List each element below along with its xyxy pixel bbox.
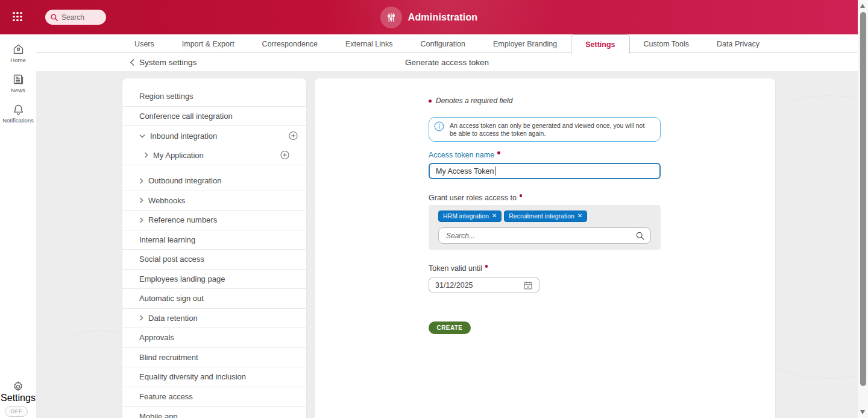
scrollbar-thumb[interactable] (860, 12, 866, 386)
add-icon[interactable] (280, 151, 289, 160)
rail-item-label: Settings (1, 393, 36, 404)
rail-item-label: Notifications (2, 118, 34, 124)
calendar-icon[interactable] (523, 280, 533, 290)
nav-item-feature-access[interactable]: Feature access (122, 387, 306, 407)
sliders-icon (380, 7, 402, 28)
rail-item-settings[interactable]: Settings OFF (0, 381, 36, 404)
tab-employer-branding[interactable]: Employer Branding (479, 34, 571, 53)
news-icon (12, 73, 25, 86)
nav-item-equality-diversity-inclusion[interactable]: Equality diversity and inclusion (122, 367, 306, 387)
breadcrumb-label: System settings (139, 58, 197, 67)
app-launcher-button[interactable] (0, 12, 36, 23)
tab-users[interactable]: Users (121, 34, 168, 53)
required-dot-icon (429, 100, 432, 103)
nav-item-employees-landing-page[interactable]: Employees landing page (122, 270, 306, 290)
required-field-note: Denotes a required field (429, 97, 775, 105)
nav-item-outbound-integration[interactable]: Outbound integration (122, 171, 306, 191)
scroll-down-arrow-icon[interactable] (860, 410, 865, 414)
scroll-up-arrow-icon[interactable] (860, 4, 865, 8)
app-grid-icon (13, 12, 24, 23)
nav-item-inbound-integration[interactable]: Inbound integration (122, 126, 306, 146)
nav-item-social-post-access[interactable]: Social post access (122, 250, 306, 270)
app-title: Administration (408, 12, 478, 23)
nav-item-my-application[interactable]: My Application (122, 146, 306, 166)
token-name-label: Access token name (429, 151, 500, 159)
breadcrumb-back[interactable]: System settings (130, 53, 197, 71)
nav-item-automatic-sign-out[interactable]: Automatic sign out (122, 289, 306, 309)
generate-token-panel: Denotes a required field An access token… (315, 78, 775, 418)
left-rail: Home News Notifications Settings OFF (0, 34, 36, 418)
nav-item-internal-learning[interactable]: Internal learning (122, 230, 306, 250)
chevron-right-icon (139, 315, 143, 321)
info-text: An access token can only be generated an… (450, 121, 649, 138)
vertical-scrollbar[interactable] (858, 0, 868, 418)
chevron-right-icon (139, 197, 143, 203)
info-banner: An access token can only be generated an… (429, 117, 661, 142)
nav-item-region-settings[interactable]: Region settings (122, 87, 306, 107)
nav-item-mobile-app[interactable]: Mobile app (122, 407, 306, 418)
nav-item-webhooks[interactable]: Webhooks (122, 191, 306, 211)
off-toggle[interactable]: OFF (5, 406, 28, 417)
token-name-input[interactable]: My Access Token (429, 163, 661, 179)
chevron-down-icon (139, 134, 145, 138)
required-dot-icon (485, 265, 488, 268)
tab-correspondence[interactable]: Correspondence (248, 34, 332, 53)
breadcrumb-row: System settings Generate access token (36, 53, 858, 71)
add-icon[interactable] (289, 131, 298, 141)
valid-until-input[interactable]: 31/12/2025 (429, 277, 539, 293)
home-icon (12, 43, 25, 55)
nav-item-data-retention[interactable]: Data retention (122, 309, 306, 329)
valid-until-label: Token valid until (429, 264, 488, 273)
nav-item-reference-numbers[interactable]: Reference numbers (122, 211, 306, 230)
remove-chip-icon[interactable]: ✕ (577, 213, 582, 219)
nav-item-blind-recruitment[interactable]: Blind recruitment (122, 348, 306, 368)
role-chip[interactable]: Recruitment integration ✕ (504, 211, 587, 222)
search-icon (635, 231, 645, 241)
tab-configuration[interactable]: Configuration (407, 34, 479, 53)
bell-icon (12, 103, 25, 116)
text-caret (495, 166, 495, 176)
global-search-placeholder: Search (61, 13, 84, 22)
global-search-input[interactable]: Search (45, 10, 106, 25)
tab-settings[interactable]: Settings (571, 34, 629, 54)
rail-item-label: Home (10, 57, 25, 63)
app-title-block: Administration (0, 0, 858, 34)
gear-icon (12, 381, 24, 393)
settings-nav-panel: Region settings Conference call integrat… (122, 78, 306, 418)
nav-item-approvals[interactable]: Approvals (122, 328, 306, 348)
remove-chip-icon[interactable]: ✕ (492, 213, 497, 219)
rail-item-news[interactable]: News (0, 73, 36, 93)
nav-item-conference-call-integration[interactable]: Conference call integration (122, 107, 306, 127)
content-area: Region settings Conference call integrat… (36, 71, 858, 418)
tab-custom-tools[interactable]: Custom Tools (630, 34, 703, 53)
app-header: Search Administration (0, 0, 858, 34)
required-dot-icon (520, 194, 523, 197)
rail-item-notifications[interactable]: Notifications (0, 103, 36, 124)
roles-search-input[interactable] (446, 232, 635, 240)
roles-picker: HRM integration ✕ Recruitment integratio… (429, 205, 661, 250)
rail-item-home[interactable]: Home (0, 43, 36, 63)
tab-data-privacy[interactable]: Data Privacy (703, 34, 773, 53)
info-icon (434, 121, 444, 131)
roles-search-box[interactable] (438, 227, 651, 244)
search-icon (50, 13, 58, 22)
chevron-left-icon (130, 59, 135, 66)
roles-label: Grant user roles access to (429, 194, 522, 202)
create-button[interactable]: CREATE (429, 321, 471, 334)
chevron-right-icon (139, 217, 143, 223)
tab-external-links[interactable]: External Links (332, 34, 407, 53)
chevron-right-icon (139, 178, 143, 184)
tab-import-export[interactable]: Import & Export (168, 34, 248, 53)
admin-tabbar: Users Import & Export Correspondence Ext… (36, 34, 858, 53)
role-chip[interactable]: HRM integration ✕ (438, 211, 502, 222)
chevron-right-icon (144, 152, 148, 158)
rail-item-label: News (11, 87, 25, 93)
required-dot-icon (497, 151, 500, 154)
